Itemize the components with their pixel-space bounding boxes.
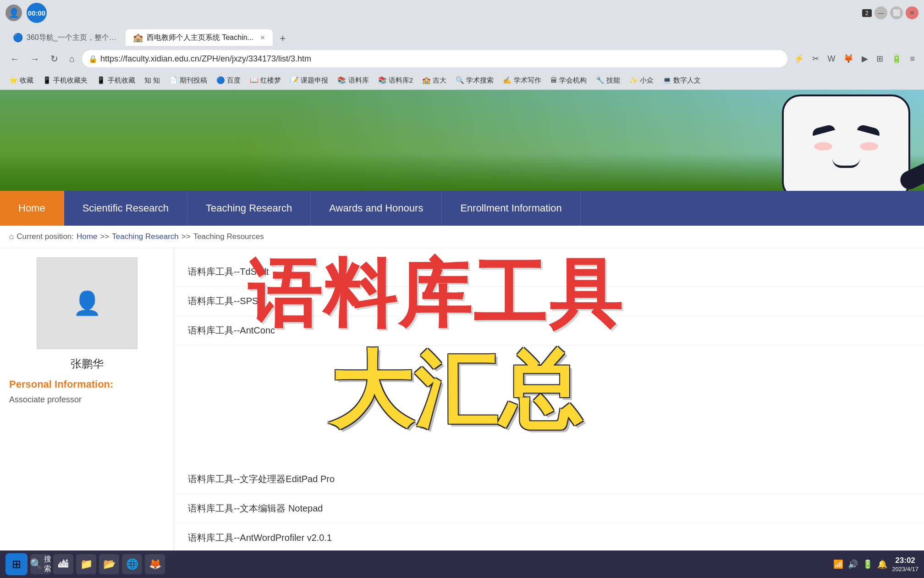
taskbar-browser-button[interactable]: 🌐 xyxy=(122,554,142,574)
tab-360-icon: 🔵 xyxy=(13,33,23,43)
main-layout: 👤 张鹏华 Personal Information: Associate pr… xyxy=(0,248,924,553)
tab-faculty[interactable]: 🏫 西电教师个人主页系统 Teachin... ✕ xyxy=(126,29,273,46)
breadcrumb-page: Teaching Resources xyxy=(193,232,264,241)
nav-home[interactable]: Home xyxy=(0,191,64,226)
extension-btn-7[interactable]: 🔋 xyxy=(889,52,904,66)
close-button[interactable]: ✕ xyxy=(906,6,918,19)
breadcrumb-section[interactable]: Teaching Research xyxy=(112,232,179,241)
forward-button[interactable]: → xyxy=(27,52,43,66)
bookmark-zhi[interactable]: 知 知 xyxy=(141,75,164,86)
hero-image: ♥ 22 xyxy=(0,90,924,191)
cartoon-mouth xyxy=(832,159,860,168)
bookmark-jida[interactable]: 🏫 吉大 xyxy=(418,75,450,86)
bookmark-corpus2[interactable]: 📚 语料库2 xyxy=(374,75,417,86)
date-display: 2023/4/17 xyxy=(892,566,918,573)
overlay-yellow-text: 大汇总 xyxy=(330,349,583,432)
ssl-lock-icon: 🔒 xyxy=(88,55,98,63)
bookmark-org[interactable]: 🏛 学会机构 xyxy=(547,75,590,86)
tab-faculty-icon: 🏫 xyxy=(133,33,143,43)
taskbar: ⊞ 🔍 搜索 🏙 📁 📂 🌐 🦊 📶 🔊 🔋 🔔 23:02 2023/4/17 xyxy=(0,550,924,578)
refresh-button[interactable]: ↻ xyxy=(47,51,62,66)
search-label: 搜索 xyxy=(44,555,51,574)
bookmark-corpus[interactable]: 📚 语料库 xyxy=(334,75,372,86)
extension-btn-3[interactable]: W xyxy=(825,52,838,66)
cartoon-right-cheek xyxy=(860,142,878,150)
extension-btn-4[interactable]: 🦊 xyxy=(841,52,856,66)
breadcrumb-label: Current position: xyxy=(16,232,74,241)
new-tab-button[interactable]: + xyxy=(275,31,290,46)
page-content: ♥ 22 Home Scientific Research Teaching R… xyxy=(0,90,924,553)
profile-image: 👤 xyxy=(37,257,138,349)
address-input[interactable] xyxy=(82,50,787,67)
toolbar-icons: ⚡ ✂ W 🦊 ▶ ⊞ 🔋 ≡ xyxy=(791,52,918,66)
tab-360-title: 360导航_一个主页，整个世界 xyxy=(27,33,118,43)
time-display: 23:02 xyxy=(892,556,918,566)
profile-placeholder-icon: 👤 xyxy=(73,290,101,317)
nav-scientific-research[interactable]: Scientific Research xyxy=(64,191,187,226)
cartoon-right-eye xyxy=(857,124,881,136)
profile-role: Associate professor xyxy=(9,395,165,405)
more-btn[interactable]: ≡ xyxy=(907,52,918,66)
extension-btn-2[interactable]: ✂ xyxy=(809,52,822,66)
taskbar-volume-icon: 🔊 xyxy=(848,559,858,569)
search-taskbar-button[interactable]: 🔍 搜索 xyxy=(30,554,50,574)
bookmark-niche[interactable]: ✨ 小众 xyxy=(626,75,657,86)
tab-close-button[interactable]: ✕ xyxy=(260,34,265,41)
list-item-5[interactable]: 语料库工具--AntWordProfiler v2.0.1 xyxy=(174,523,924,553)
bookmark-writing[interactable]: ✍ 学术写作 xyxy=(499,75,544,86)
extension-btn-5[interactable]: ▶ xyxy=(859,52,871,66)
start-button[interactable]: ⊞ xyxy=(6,553,28,575)
list-item-3[interactable]: 语料库工具--文字处理器EditPad Pro xyxy=(174,465,924,494)
tab-count-badge: 2 xyxy=(862,9,872,17)
overlay-red-text: 语料库工具 xyxy=(248,257,623,331)
taskbar-folder-button[interactable]: 📂 xyxy=(99,554,119,574)
bookmark-journal[interactable]: 📄 期刊投稿 xyxy=(165,75,211,86)
window-controls: 👤 xyxy=(6,5,22,21)
bookmarks-bar: ⭐ 收藏 📱 手机收藏夹 📱 手机收藏 知 知 📄 期刊投稿 🔵 百度 📖 红楼… xyxy=(0,72,924,90)
timer-display: 00:00 xyxy=(27,3,47,23)
bookmark-dh[interactable]: 💻 数字人文 xyxy=(659,75,704,86)
breadcrumb-home[interactable]: Home xyxy=(77,232,97,241)
browser-chrome: 👤 00:00 2 — ⬜ ✕ 🔵 360导航_一个主页，整个世界 🏫 西电教师… xyxy=(0,0,924,90)
back-button[interactable]: ← xyxy=(6,52,23,66)
list-item-4[interactable]: 语料库工具--文本编辑器 Notepad xyxy=(174,494,924,523)
cartoon-left-eye xyxy=(811,124,835,136)
extension-btn-1[interactable]: ⚡ xyxy=(791,52,807,66)
taskbar-right: 📶 🔊 🔋 🔔 23:02 2023/4/17 xyxy=(833,556,918,573)
extension-btn-6[interactable]: ⊞ xyxy=(874,52,886,66)
cartoon-eyes xyxy=(812,127,880,133)
taskbar-view-button[interactable]: 🏙 xyxy=(53,554,73,574)
cartoon-cheeks xyxy=(814,142,878,150)
profile-name: 张鹏华 xyxy=(9,356,165,371)
nav-teaching-research[interactable]: Teaching Research xyxy=(187,191,311,226)
taskbar-battery-icon: 🔋 xyxy=(863,559,873,569)
home-nav-button[interactable]: ⌂ xyxy=(66,52,78,66)
bookmark-favorites[interactable]: ⭐ 收藏 xyxy=(6,75,37,86)
bookmark-topic[interactable]: 📝 课题申报 xyxy=(286,75,332,86)
home-icon: ⌂ xyxy=(9,232,14,241)
nav-awards-honours[interactable]: Awards and Honours xyxy=(311,191,442,226)
taskbar-network-icon: 📶 xyxy=(833,559,843,569)
taskbar-360-button[interactable]: 🦊 xyxy=(145,554,165,574)
bookmark-mobile[interactable]: 📱 手机收藏 xyxy=(93,75,138,86)
tab-360[interactable]: 🔵 360导航_一个主页，整个世界 xyxy=(6,29,126,46)
title-bar: 👤 00:00 2 — ⬜ ✕ xyxy=(0,0,924,26)
tab-bar: 🔵 360导航_一个主页，整个世界 🏫 西电教师个人主页系统 Teachin..… xyxy=(0,26,924,46)
bookmark-scholar[interactable]: 🔍 学术搜索 xyxy=(452,75,497,86)
bookmark-hlm[interactable]: 📖 红楼梦 xyxy=(246,75,285,86)
minimize-button[interactable]: — xyxy=(874,6,887,19)
taskbar-explorer-button[interactable]: 📁 xyxy=(76,554,96,574)
taskbar-clock: 23:02 2023/4/17 xyxy=(892,556,918,573)
cartoon-character: ♥ 22 xyxy=(782,94,910,191)
bookmark-baidu[interactable]: 🔵 百度 xyxy=(213,75,244,86)
bookmark-mobile-fav[interactable]: 📱 手机收藏夹 xyxy=(39,75,91,86)
breadcrumb-sep2: >> xyxy=(182,232,191,241)
profile-avatar: 👤 xyxy=(6,5,22,21)
cartoon-left-cheek xyxy=(814,142,832,150)
content-area: 语料库工具 语料库工具--TdSmlt 语料库工具--SPSS 语料库工具--A… xyxy=(174,248,924,553)
bookmark-skill[interactable]: 🔧 技能 xyxy=(592,75,624,86)
taskbar-notification-icon[interactable]: 🔔 xyxy=(877,559,887,569)
sidebar: 👤 张鹏华 Personal Information: Associate pr… xyxy=(0,248,174,553)
nav-enrollment-info[interactable]: Enrollment Information xyxy=(442,191,580,226)
maximize-button[interactable]: ⬜ xyxy=(890,6,903,19)
